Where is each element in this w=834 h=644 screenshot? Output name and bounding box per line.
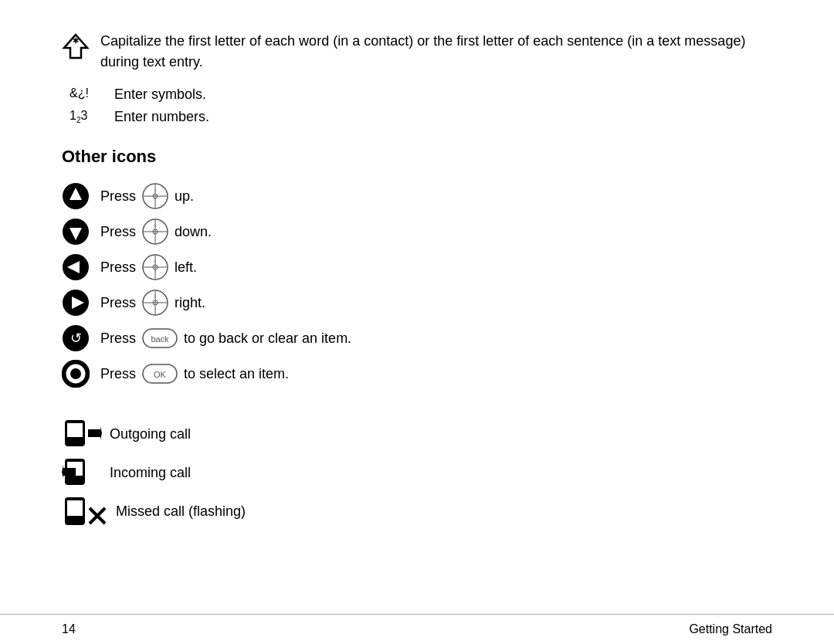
ok-nav-icon [62, 360, 90, 388]
nav-down-row: Press i down. [62, 218, 772, 246]
nav-right-direction: right. [175, 295, 205, 311]
outgoing-call-row: Outgoing call [62, 419, 772, 449]
svg-text:OK: OK [154, 370, 167, 379]
missed-call-icon [62, 496, 108, 527]
page-number: 14 [62, 622, 76, 636]
left-arrow-icon [62, 253, 90, 281]
nav-right-row: Press i right. [62, 289, 772, 317]
missed-call-row: Missed call (flashing) [62, 496, 772, 527]
incoming-call-row: Incoming call [62, 457, 772, 488]
svg-text:✱: ✱ [73, 36, 79, 45]
outgoing-call-label: Outgoing call [110, 426, 191, 442]
top-entry: ✱ Capitalize the first letter of each wo… [62, 31, 772, 73]
dpad-icon-down: i [142, 219, 168, 245]
nav-ok-row: Press OK to select an item. [62, 360, 772, 388]
nav-back-row: ↺ Press back to go back or clear an item… [62, 324, 772, 352]
dpad-icon-up: i [142, 183, 168, 209]
svg-text:↺: ↺ [70, 330, 82, 346]
nav-up-row: Press i up. [62, 182, 772, 210]
svg-point-35 [70, 368, 81, 379]
back-button-icon: back [142, 328, 178, 348]
back-nav-icon: ↺ [62, 324, 90, 352]
dpad-icon-right: i [142, 290, 168, 316]
nav-left-direction: left. [175, 259, 197, 276]
nav-right-press: Press [100, 295, 136, 311]
page-footer: 14 Getting Started [0, 614, 834, 644]
svg-text:i: i [154, 294, 155, 299]
svg-marker-40 [88, 426, 102, 440]
other-icons-heading: Other icons [62, 147, 772, 167]
svg-text:back: back [151, 334, 169, 344]
section-name: Getting Started [689, 622, 772, 636]
incoming-call-icon [62, 457, 102, 488]
nav-left-row: Press i left. [62, 253, 772, 281]
incoming-call-label: Incoming call [110, 465, 191, 481]
nav-down-direction: down. [175, 224, 212, 240]
dpad-icon-left: i [142, 254, 168, 280]
capitalize-text: Capitalize the first letter of each word… [100, 31, 772, 73]
symbols-label: &¿! [70, 86, 108, 100]
capitalize-icon: ✱ [62, 32, 93, 60]
nav-up-label: Press [100, 188, 136, 205]
numbers-text: Enter numbers. [114, 109, 209, 125]
svg-rect-45 [67, 500, 83, 516]
up-arrow-icon [62, 182, 90, 210]
ok-button-icon: OK [142, 364, 178, 384]
svg-text:i: i [154, 259, 155, 263]
nav-left-press: Press [100, 259, 136, 276]
right-arrow-icon [62, 289, 90, 317]
numbers-row: 123 Enter numbers. [70, 109, 772, 125]
down-arrow-icon [62, 218, 90, 246]
nav-back-press: Press [100, 330, 136, 347]
svg-text:i: i [154, 223, 155, 228]
outgoing-call-icon [62, 419, 102, 449]
svg-text:i: i [154, 188, 155, 192]
nav-down-press: Press [100, 224, 136, 240]
nav-back-text: to go back or clear an item. [184, 330, 351, 347]
nav-ok-press: Press [100, 366, 136, 382]
missed-call-label: Missed call (flashing) [116, 503, 246, 520]
symbols-text: Enter symbols. [114, 86, 206, 103]
numbers-label: 123 [70, 109, 108, 124]
nav-up-direction: up. [175, 188, 194, 205]
svg-rect-39 [67, 423, 83, 437]
symbols-row: &¿! Enter symbols. [70, 86, 772, 103]
nav-ok-text: to select an item. [184, 366, 289, 382]
call-section: Outgoing call Incoming call [62, 419, 772, 527]
